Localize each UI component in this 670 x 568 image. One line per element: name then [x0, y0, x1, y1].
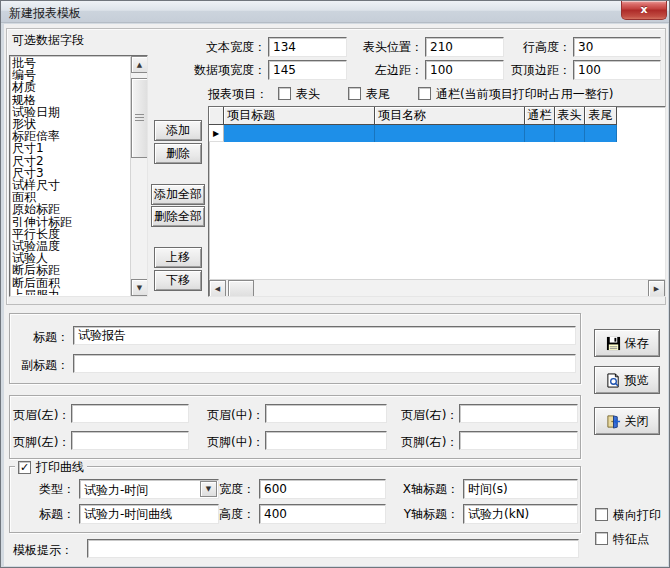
print-curve-label[interactable]: 打印曲线 [36, 459, 84, 476]
grid-cell[interactable] [525, 125, 555, 142]
page-header-left-label: 页眉(左)： [13, 408, 70, 422]
left-arrow-icon: ◀ [215, 285, 220, 293]
curve-type-combobox[interactable]: 试验力-时间 ▼ [79, 479, 219, 499]
grid-column-item-name[interactable]: 项目名称 [375, 107, 525, 125]
save-icon [606, 336, 621, 351]
grid-horizontal-scrollbar[interactable]: ◀ ▶ [209, 279, 665, 296]
footer-checkbox[interactable] [348, 87, 361, 100]
x-axis-title-input[interactable] [463, 479, 578, 499]
report-subtitle-label: 副标题： [7, 358, 69, 372]
y-axis-title-input[interactable] [463, 504, 578, 524]
footer-checkbox-label[interactable]: 表尾 [366, 87, 390, 101]
list-item[interactable]: 断后标距 [12, 264, 130, 276]
page-footer-right-input[interactable] [459, 431, 578, 450]
scroll-down-button[interactable]: ▼ [131, 279, 148, 296]
curve-title-input[interactable] [79, 504, 219, 524]
report-items-grid[interactable]: 项目标题 项目名称 通栏 表头 表尾 ▶ ◀ ▶ [208, 106, 666, 297]
available-fields-listbox[interactable]: 批号编号材质规格试验日期形状标距倍率尺寸1尺寸2尺寸3试样尺寸面积原始标距引伸计… [9, 55, 148, 297]
grid-column-footer[interactable]: 表尾 [585, 107, 617, 125]
curve-width-input[interactable] [259, 479, 386, 499]
list-item[interactable]: 原始标距 [12, 203, 130, 215]
page-header-left-input[interactable] [71, 404, 189, 423]
header-checkbox[interactable] [278, 87, 291, 100]
close-button[interactable]: 关闭 [594, 407, 660, 435]
scrollbar-thumb[interactable] [131, 78, 148, 158]
print-curve-checkbox[interactable]: ✓ [18, 461, 31, 474]
top-margin-input[interactable] [573, 60, 661, 80]
grid-cell[interactable] [224, 125, 375, 142]
dialog-new-report-template: 新建报表模板 x 可选数据字段 批号编号材质规格试验日期形状标距倍率尺寸1尺寸2… [0, 0, 670, 568]
grid-cell[interactable] [555, 125, 585, 142]
preview-button[interactable]: 预览 [594, 366, 660, 394]
dropdown-arrow-icon: ▼ [206, 485, 211, 493]
page-header-center-label: 页眉(中)： [207, 408, 264, 422]
page-header-center-input[interactable] [265, 404, 387, 423]
grid-header-row: 项目标题 项目名称 通栏 表头 表尾 [209, 107, 617, 125]
list-item[interactable]: 材质 [12, 81, 130, 93]
page-footer-right-label: 页脚(右)： [401, 435, 458, 449]
page-header-right-input[interactable] [459, 404, 578, 423]
title-bar[interactable]: 新建报表模板 x [1, 1, 669, 23]
report-subtitle-input[interactable] [73, 354, 576, 373]
list-item[interactable]: 规格 [12, 94, 130, 106]
header-checkbox-label[interactable]: 表头 [296, 87, 320, 101]
grid-cell[interactable] [375, 125, 525, 142]
row-marker-icon: ▶ [209, 125, 224, 142]
check-icon: ✓ [20, 461, 29, 474]
move-up-button[interactable]: 上移 [154, 247, 202, 268]
header-position-input[interactable] [425, 37, 504, 57]
grid-column-item-title[interactable]: 项目标题 [224, 107, 375, 125]
report-title-input[interactable] [73, 326, 576, 345]
page-header-right-label: 页眉(右)： [401, 408, 458, 422]
fullrow-checkbox-label[interactable]: 通栏(当前项目打印时占用一整行) [436, 87, 613, 101]
grid-column-fullrow[interactable]: 通栏 [525, 107, 555, 125]
page-footer-center-input[interactable] [265, 431, 387, 450]
add-all-button[interactable]: 添加全部 [151, 184, 205, 205]
remove-all-button[interactable]: 删除全部 [151, 206, 205, 227]
preview-button-label: 预览 [625, 372, 649, 389]
left-margin-input[interactable] [425, 60, 504, 80]
grid-column-header[interactable]: 表头 [555, 107, 585, 125]
close-button-label: 关闭 [625, 413, 649, 430]
feature-points-checkbox[interactable] [595, 532, 608, 545]
report-item-label: 报表项目： [208, 87, 268, 101]
list-item[interactable]: 尺寸1 [12, 142, 130, 154]
add-button[interactable]: 添加 [154, 120, 202, 141]
page-footer-left-input[interactable] [71, 431, 189, 450]
hscrollbar-thumb[interactable] [228, 280, 254, 297]
template-hint-input[interactable] [87, 539, 579, 558]
right-arrow-icon: ▶ [654, 285, 659, 293]
header-position-label: 表头位置： [353, 40, 423, 54]
feature-points-label[interactable]: 特征点 [613, 532, 649, 546]
curve-type-label: 类型： [33, 482, 75, 496]
fullrow-checkbox[interactable] [418, 87, 431, 100]
landscape-print-label[interactable]: 横向打印 [613, 508, 661, 522]
x-axis-title-label: X轴标题： [399, 482, 459, 496]
selected-grid-row[interactable]: ▶ [209, 125, 617, 142]
grid-cell[interactable] [585, 125, 617, 142]
data-item-width-label: 数据项宽度： [182, 63, 266, 77]
landscape-print-checkbox[interactable] [595, 508, 608, 521]
text-width-input[interactable] [268, 37, 347, 57]
save-button[interactable]: 保存 [594, 329, 660, 357]
scroll-up-button[interactable]: ▲ [131, 56, 148, 73]
curve-height-input[interactable] [259, 504, 386, 524]
curve-title-label: 标题： [33, 507, 75, 521]
curve-type-value: 试验力-时间 [84, 482, 148, 499]
listbox-vertical-scrollbar[interactable]: ▲ ▼ [130, 56, 147, 296]
row-height-input[interactable] [573, 37, 661, 57]
close-window-button[interactable]: x [621, 1, 667, 20]
scroll-right-button[interactable]: ▶ [648, 280, 665, 297]
list-item[interactable]: 尺寸2 [12, 155, 130, 167]
data-item-width-input[interactable] [268, 60, 347, 80]
scroll-left-button[interactable]: ◀ [209, 280, 226, 297]
row-height-label: 行高度： [501, 40, 571, 54]
list-item[interactable]: 上屈服力 [12, 289, 130, 295]
y-axis-title-label: Y轴标题： [399, 507, 459, 521]
move-down-button[interactable]: 下移 [154, 270, 202, 291]
remove-button[interactable]: 删除 [154, 143, 202, 164]
template-hint-label: 模板提示： [13, 543, 73, 557]
title-groupbox [9, 313, 581, 384]
list-item[interactable]: 引伸计标距 [12, 216, 130, 228]
page-footer-left-label: 页脚(左)： [13, 435, 70, 449]
